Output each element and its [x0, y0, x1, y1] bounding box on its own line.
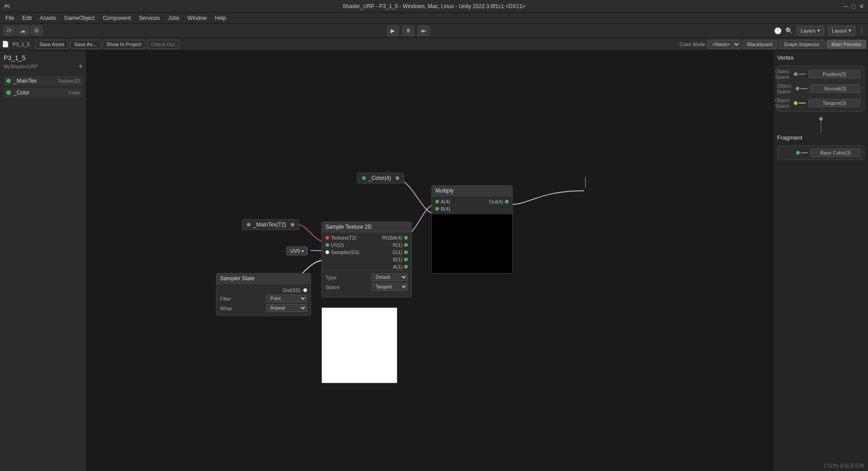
menu-services[interactable]: Services [135, 14, 163, 22]
maintex-type: Texture2D [57, 78, 80, 84]
sampler-out-label: Out(SS) [283, 287, 301, 293]
texture-port-label: Texture(T2) [331, 235, 356, 240]
tangent-connector-line [798, 103, 806, 104]
port-g: G(1) [389, 249, 411, 256]
a-port-dot [404, 265, 408, 268]
blackboard-tab[interactable]: Blackboard [742, 40, 777, 49]
color-node[interactable]: _Color(4) [357, 173, 404, 184]
multiply-output: Out(4) [489, 199, 509, 204]
add-property-button[interactable]: + [79, 62, 83, 71]
menu-file[interactable]: File [2, 14, 18, 22]
fragment-section: Fragment Base Color(3) [777, 134, 864, 160]
sample-texture-title: Sample Texture 2D [326, 224, 372, 230]
multiply-out-label: Out(4) [489, 199, 503, 204]
main-preview-tab[interactable]: Main Preview [826, 40, 866, 49]
sampler-state-body: Out(SS) Filter Point Wrap Repeat [217, 284, 311, 316]
multiply-node[interactable]: Multiply A(4) Out(4) B(4) [431, 185, 513, 273]
watermark-text: CSDN @低语花哨 [824, 463, 864, 468]
minimize-icon[interactable]: ─ [844, 3, 848, 10]
toolbar: ⟳ ☁ ⚙ ▶ ⏸ ⏭ 🕐 🔍 Layers ▾ Layout ▾ ⋮ [0, 24, 868, 38]
sample-texture-footer: Type Default Space Tangent [322, 270, 411, 295]
space-select[interactable]: Tangent [372, 283, 408, 291]
collab-icon[interactable]: ⟳ [4, 26, 15, 35]
color-type: Color [68, 90, 80, 95]
menu-jobs[interactable]: Jobs [164, 14, 183, 22]
texture-port-dot [326, 236, 329, 240]
menu-component[interactable]: Component [99, 14, 134, 22]
filter-select[interactable]: Point [266, 295, 307, 302]
history-icon[interactable]: 🕐 [774, 27, 782, 34]
sample-texture-node[interactable]: Sample Texture 2D Texture(T2) UV(2) [321, 221, 412, 297]
port-r: R(1) [389, 241, 411, 249]
menu-bar: File Edit Assets GameObject Component Se… [0, 13, 868, 24]
save-asset-button[interactable]: Save Asset [35, 40, 68, 49]
sample-left-ports: Texture(T2) UV(2) Sampler(SS) [322, 234, 367, 270]
window-controls: ─ □ ✕ [844, 3, 864, 10]
step-button[interactable]: ⏭ [418, 26, 429, 36]
property-maintex[interactable]: _MainTex Texture2D [4, 76, 83, 86]
normal-connector-dot-left [796, 87, 799, 90]
sample-texture-header: Sample Texture 2D [322, 222, 411, 232]
uv-node[interactable]: UV0 ▾ [286, 246, 308, 255]
color-mode-select[interactable]: <None> [707, 40, 741, 49]
position-connector-line [798, 74, 806, 75]
more-icon[interactable]: ⋮ [859, 28, 864, 34]
sampler-out-dot [303, 288, 307, 292]
uv-label: UV0 [290, 248, 300, 254]
wrap-select[interactable]: Repeat [266, 304, 307, 312]
multiply-a-dot [435, 200, 439, 203]
pause-button[interactable]: ⏸ [402, 26, 414, 36]
sampler-state-title: Sampler State [220, 275, 255, 282]
close-icon[interactable]: ✕ [859, 3, 864, 10]
sampler-state-header: Sampler State [217, 273, 311, 284]
menu-edit[interactable]: Edit [19, 14, 35, 22]
position-space-label: Object Space [775, 69, 790, 80]
check-out-button[interactable]: Check Out [147, 40, 179, 49]
layers-chevron-icon: ▾ [817, 28, 820, 33]
vertex-title: Vertex [777, 54, 864, 63]
r-port-dot [404, 243, 408, 247]
save-as-button[interactable]: Save As... [70, 40, 101, 49]
color-output-dot [362, 176, 366, 180]
tangent-connector-dot-left [794, 101, 797, 105]
sampler-port-label: Sampler(SS) [331, 250, 359, 255]
property-color[interactable]: _Color Color [4, 88, 83, 98]
sampler-state-node[interactable]: Sampler State Out(SS) Filter Point Wrap … [216, 273, 311, 316]
toolbar-right: 🕐 🔍 Layers ▾ Layout ▾ ⋮ [774, 26, 864, 36]
color-expand-icon [396, 176, 399, 180]
menu-assets[interactable]: Assets [36, 14, 60, 22]
maintex-node-label: _MainTex(T2) [253, 221, 286, 228]
maintex-name: _MainTex [14, 78, 37, 84]
settings-icon[interactable]: ⚙ [31, 26, 42, 35]
canvas-area[interactable]: _Color(4) _MainTex(T2) UV0 ▾ Sample Text… [87, 51, 773, 471]
menu-gameobject[interactable]: GameObject [61, 14, 98, 22]
r-port-label: R(1) [393, 242, 402, 248]
color-node-label: _Color(4) [368, 175, 391, 181]
toolbar2-right: Color Mode <None> Blackboard Graph Inspe… [679, 40, 866, 49]
multiply-input-a: A(4) [435, 199, 450, 204]
show-in-project-button[interactable]: Show In Project [103, 40, 146, 49]
search-icon[interactable]: 🔍 [785, 27, 793, 34]
menu-help[interactable]: Help [212, 14, 230, 22]
layout-dropdown[interactable]: Layout ▾ [828, 26, 855, 36]
vertex-port-normal: Object Space Normal(3) [778, 81, 864, 96]
normal-connector [796, 87, 807, 90]
cloud-icon[interactable]: ☁ [17, 26, 29, 35]
play-button[interactable]: ▶ [387, 26, 399, 36]
vf-connector-line [777, 117, 864, 134]
maintex-node[interactable]: _MainTex(T2) [242, 219, 299, 230]
graph-inspector-tab[interactable]: Graph Inspector [779, 40, 825, 49]
space-label: Space [326, 284, 340, 290]
basecolor-connector [796, 151, 808, 155]
sample-texture-body: Texture(T2) UV(2) Sampler(SS) [322, 232, 411, 297]
space-row: Space Tangent [326, 283, 408, 291]
port-sampler: Sampler(SS) [322, 249, 367, 256]
maximize-icon[interactable]: □ [852, 3, 855, 10]
vertex-port-position: Object Space Position(3) [778, 67, 864, 81]
layout-label: Layout [832, 28, 847, 33]
layers-dropdown[interactable]: Layers ▾ [797, 26, 824, 36]
maintex-expand-icon [291, 223, 294, 226]
type-select[interactable]: Default [372, 273, 408, 281]
menu-window[interactable]: Window [184, 14, 211, 22]
g-port-dot [404, 250, 408, 254]
